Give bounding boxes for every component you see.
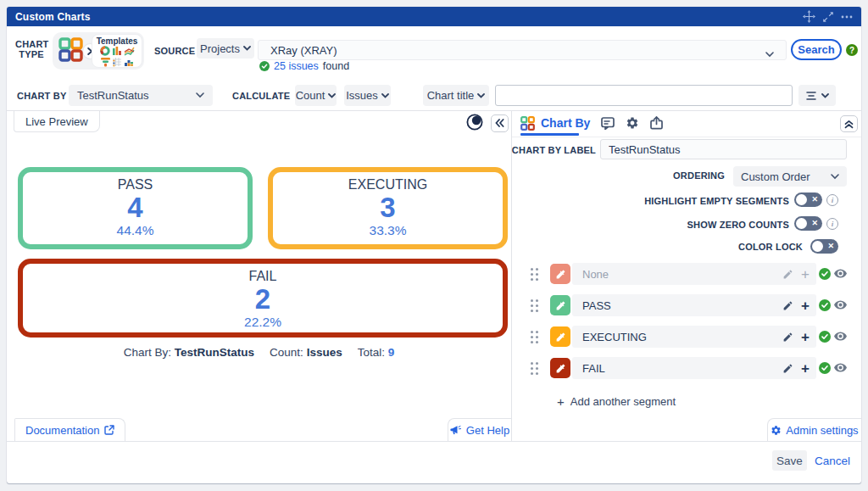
drag-handle-icon[interactable] <box>531 362 533 365</box>
highlight-empty-segments-toggle[interactable]: ✕ <box>794 192 822 207</box>
segment-visibility-icon[interactable] <box>834 363 847 372</box>
issues-found-link[interactable]: 25 issues <box>274 60 319 72</box>
chart-by-label-input[interactable] <box>600 139 847 159</box>
color-swatch-button[interactable] <box>550 295 570 315</box>
expand-gadget-icon[interactable] <box>823 12 833 22</box>
chart-by-label: CHART BY <box>17 91 66 101</box>
tile-percentage: 22.2% <box>23 315 503 330</box>
add-value-icon[interactable]: + <box>801 330 810 344</box>
chart-title-dropdown[interactable]: Chart title <box>423 85 489 106</box>
source-type-value: Projects <box>200 42 240 55</box>
add-segment-label: Add another segment <box>570 395 676 408</box>
highlight-empty-segments-label: HIGHLIGHT EMPTY SEGMENTS <box>566 196 789 206</box>
gadget-titlebar: Custom Charts <box>7 7 861 26</box>
segment-enabled-icon[interactable] <box>819 268 831 283</box>
calculate-value: Count <box>296 89 326 102</box>
admin-settings-link[interactable]: Admin settings <box>767 418 861 441</box>
stacked-bar-chart-icon <box>124 55 134 70</box>
add-value-icon[interactable]: + <box>801 361 810 376</box>
drag-handle-icon[interactable] <box>531 299 533 302</box>
color-swatch-button[interactable] <box>550 326 570 347</box>
issues-found-status: 25 issues found <box>259 60 349 72</box>
collapse-panel-button[interactable] <box>840 115 858 132</box>
help-icon[interactable]: ? <box>846 44 858 56</box>
color-lock-label: COLOR LOCK <box>566 242 803 252</box>
drag-handle-icon[interactable] <box>531 331 533 333</box>
segment-row-pass: PASS + <box>517 294 848 316</box>
gear-icon <box>771 425 782 436</box>
segment-tile-pass: PASS 4 44.4% <box>18 167 253 249</box>
chart-by-dropdown[interactable]: TestRunStatus <box>69 85 213 106</box>
cancel-button[interactable]: Cancel <box>815 455 850 467</box>
tabs-divider <box>512 137 861 137</box>
calculate-unit-dropdown[interactable]: Issues <box>344 85 391 106</box>
chevron-down-icon <box>477 93 485 98</box>
info-icon[interactable]: i <box>826 218 838 230</box>
tab-chart-by[interactable]: Chart By <box>520 116 590 131</box>
footer-divider <box>7 441 861 442</box>
tab-export[interactable] <box>650 116 663 130</box>
chart-caption: Chart By: TestRunStatus Count: Issues To… <box>7 346 511 359</box>
more-options-icon[interactable] <box>841 15 853 19</box>
documentation-link[interactable]: Documentation <box>14 418 125 441</box>
edit-segment-icon[interactable] <box>782 363 793 374</box>
drag-handle-icon[interactable] <box>531 268 533 271</box>
chart-title-align-dropdown[interactable] <box>798 85 836 106</box>
collapse-preview-button[interactable] <box>491 114 509 132</box>
edit-segment-icon[interactable] <box>782 332 793 343</box>
documentation-label: Documentation <box>25 424 99 437</box>
eyedropper-icon <box>555 269 566 280</box>
edit-segment-icon[interactable] <box>782 300 793 311</box>
segment-visibility-icon[interactable] <box>834 300 847 310</box>
chevron-down-icon <box>381 93 389 98</box>
chart-type-selector[interactable]: Templates <box>53 32 144 70</box>
chevron-down-icon <box>328 93 336 98</box>
segment-enabled-icon[interactable] <box>819 362 831 377</box>
check-circle-icon <box>259 61 270 71</box>
tab-tooltips[interactable] <box>601 117 615 130</box>
save-button[interactable]: Save <box>772 450 807 471</box>
config-preview-divider <box>7 110 861 111</box>
info-icon[interactable]: i <box>826 194 838 206</box>
chevron-down-icon <box>196 92 204 98</box>
custom-charts-gadget: Custom Charts CHART TYPE <box>7 7 861 483</box>
tile-chart-type-icon <box>58 37 83 65</box>
add-value-icon[interactable]: + <box>801 299 810 313</box>
chevron-down-icon[interactable] <box>765 47 774 60</box>
calculate-dropdown[interactable]: Count <box>295 85 337 106</box>
search-button[interactable]: Search <box>791 39 842 60</box>
add-another-segment-button[interactable]: + Add another segment <box>557 394 676 409</box>
theme-toggle-icon[interactable] <box>466 114 483 134</box>
active-tab-underline <box>520 133 579 136</box>
calculate-label: CALCULATE <box>232 91 290 101</box>
edit-segment-icon[interactable] <box>782 269 793 280</box>
chart-type-label: CHART TYPE <box>15 39 47 59</box>
align-center-icon <box>806 92 816 100</box>
chart-title-label: Chart title <box>427 89 475 102</box>
gadget-title: Custom Charts <box>7 11 91 23</box>
ordering-value: Custom Order <box>741 170 827 183</box>
color-swatch-button[interactable] <box>550 264 570 284</box>
source-value: XRay (XRAY) <box>259 44 337 57</box>
source-input[interactable]: XRay (XRAY) <box>258 40 787 60</box>
source-label: SOURCE <box>154 46 195 56</box>
plus-icon: + <box>557 394 565 409</box>
show-zero-counts-toggle[interactable]: ✕ <box>794 216 822 231</box>
color-lock-toggle[interactable]: ✕ <box>810 239 838 254</box>
add-value-icon[interactable]: + <box>801 267 810 282</box>
segment-enabled-icon[interactable] <box>819 299 831 315</box>
tab-settings[interactable] <box>626 116 639 130</box>
segment-enabled-icon[interactable] <box>819 331 831 346</box>
segment-row-fail: FAIL + <box>517 357 848 379</box>
get-help-link[interactable]: Get Help <box>448 418 511 441</box>
page: { "titlebar": { "title": "Custom Charts"… <box>0 0 868 491</box>
chart-title-input[interactable] <box>495 85 793 106</box>
segment-label: EXECUTING <box>582 331 782 343</box>
ordering-dropdown[interactable]: Custom Order <box>733 166 847 187</box>
segment-visibility-icon[interactable] <box>834 269 847 278</box>
move-gadget-icon[interactable] <box>803 10 815 23</box>
segment-visibility-icon[interactable] <box>834 332 847 341</box>
templates-option[interactable]: Templates <box>92 34 142 68</box>
color-swatch-button[interactable] <box>550 358 570 378</box>
source-type-dropdown[interactable]: Projects <box>197 38 254 59</box>
